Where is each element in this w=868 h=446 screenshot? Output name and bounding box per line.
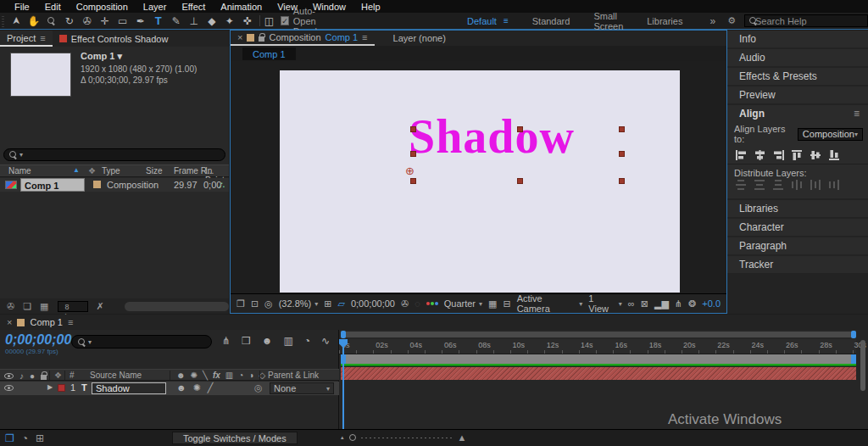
rotation-tool[interactable]: ↻: [61, 14, 77, 28]
tab-effect-controls[interactable]: Effect Controls Shadow: [53, 31, 175, 47]
panel-libraries[interactable]: Libraries: [727, 200, 868, 217]
zoom-in-icon[interactable]: ▲: [458, 432, 467, 443]
pen-tool[interactable]: ✒: [132, 14, 148, 28]
align-left-icon[interactable]: [736, 150, 747, 160]
frame-blend-switch-icon[interactable]: ▥: [225, 371, 233, 380]
primary-viewer-icon[interactable]: ⊡: [251, 299, 259, 309]
menu-file[interactable]: File: [7, 2, 37, 12]
timeline-navigator[interactable]: [341, 332, 856, 337]
transparency-grid-icon[interactable]: ▦: [488, 299, 497, 309]
layer-switch-icon-1[interactable]: ✺: [193, 382, 201, 393]
comp-name-cell[interactable]: Comp 1: [20, 178, 85, 192]
brush-tool[interactable]: ✎: [168, 14, 184, 28]
tab-composition[interactable]: × Composition Comp 1 ≡: [231, 31, 375, 46]
in-out-pane-icon[interactable]: ⊞: [36, 432, 44, 444]
fx-switch-icon[interactable]: fx: [213, 371, 220, 380]
clone-stamp-tool[interactable]: ⊥: [186, 14, 202, 28]
view-count-select[interactable]: 1 View▾: [588, 293, 622, 314]
selection-handle[interactable]: [410, 178, 416, 184]
label-color-swatch[interactable]: [93, 181, 101, 188]
zoom-slider-knob[interactable]: [349, 434, 356, 441]
selection-handle[interactable]: [410, 126, 416, 132]
goggles-icon[interactable]: ∞: [628, 299, 635, 309]
panel-menu-icon[interactable]: ≡: [854, 108, 860, 120]
subtab-comp1[interactable]: Comp 1: [242, 47, 296, 60]
panel-toggle-icon[interactable]: ◫: [264, 14, 274, 28]
col-source-name[interactable]: Source Name: [90, 371, 142, 380]
composition-canvas[interactable]: Shadow ⊕: [280, 70, 680, 293]
anchor-point-icon[interactable]: ⊕: [405, 165, 415, 176]
shy-switch-icon[interactable]: ☻: [176, 371, 186, 380]
selection-handle[interactable]: [517, 178, 523, 184]
frame-blending-icon[interactable]: ▥: [283, 335, 292, 347]
playhead-line[interactable]: [342, 339, 344, 429]
selection-handle[interactable]: [517, 126, 523, 132]
draft-3d-icon[interactable]: ❒: [242, 335, 251, 347]
canvas-text-layer[interactable]: Shadow: [409, 113, 575, 160]
comp-flowchart-icon[interactable]: ⊠: [641, 299, 648, 309]
layer-switches-pane-icon[interactable]: ❐: [5, 432, 14, 444]
align-right-icon[interactable]: [773, 150, 784, 160]
reset-exposure-icon[interactable]: ❂: [688, 299, 696, 309]
project-row-comp1[interactable]: Comp 1 Composition 29.97 0;00 ∴: [0, 178, 229, 192]
eraser-tool[interactable]: ◆: [203, 14, 220, 28]
panel-tracker[interactable]: Tracker: [727, 256, 868, 273]
roto-brush-tool[interactable]: ✦: [221, 14, 237, 28]
close-icon[interactable]: ×: [237, 32, 242, 42]
magnification-select[interactable]: (32.8%)▾: [279, 298, 319, 309]
zoom-tool[interactable]: [43, 14, 59, 28]
col-name[interactable]: Name: [8, 166, 31, 176]
toggle-switches-modes-button[interactable]: Toggle Switches / Modes: [172, 432, 298, 444]
panel-audio[interactable]: Audio: [727, 49, 868, 66]
layer-switch-icon-2[interactable]: ╱: [208, 382, 214, 393]
align-bottom-icon[interactable]: [829, 150, 840, 160]
pixel-aspect-icon[interactable]: ⊟: [503, 299, 510, 309]
align-top-icon[interactable]: [792, 150, 803, 160]
mask-visibility-icon[interactable]: ◎: [264, 299, 273, 309]
navigator-start-handle[interactable]: [341, 331, 346, 338]
zoom-out-icon[interactable]: ▴: [341, 434, 344, 441]
current-timecode[interactable]: 0;00;00;00: [5, 332, 71, 348]
label-column-icon[interactable]: ❖: [54, 371, 62, 380]
label-column-icon[interactable]: ❖: [88, 166, 96, 176]
layer-color-swatch[interactable]: [58, 384, 65, 392]
new-composition-icon[interactable]: ▦: [40, 301, 48, 312]
sort-arrow-icon[interactable]: ▲: [73, 166, 80, 174]
panel-menu-icon[interactable]: ≡: [40, 33, 45, 43]
zoom-slider-track[interactable]: [361, 438, 453, 438]
comp-family-icon[interactable]: ⋔: [675, 299, 682, 309]
menu-layer[interactable]: Layer: [136, 2, 175, 12]
comp-mini-flowchart-icon[interactable]: ⋔: [222, 335, 231, 347]
rectangle-tool[interactable]: ▭: [114, 14, 131, 28]
new-folder-icon[interactable]: ❏: [23, 301, 31, 312]
panel-menu-icon[interactable]: ≡: [504, 16, 509, 25]
type-tool[interactable]: T: [150, 14, 166, 28]
close-icon[interactable]: ×: [7, 317, 12, 327]
col-type[interactable]: Type: [102, 166, 120, 176]
workspace-tab-libraries[interactable]: Libraries: [635, 16, 694, 26]
timeline-search[interactable]: ▾: [71, 335, 212, 348]
panel-info[interactable]: Info: [727, 31, 868, 47]
panel-menu-icon[interactable]: ≡: [362, 32, 367, 42]
workspace-tab-default[interactable]: Default≡: [455, 16, 520, 26]
solo-column-icon[interactable]: ●: [30, 371, 35, 381]
layer-duration-bar[interactable]: [341, 367, 856, 380]
layer-name[interactable]: Shadow: [92, 382, 166, 394]
selection-handle[interactable]: [619, 126, 625, 132]
video-column-icon[interactable]: [4, 373, 14, 379]
graph-editor-icon[interactable]: ∿: [321, 335, 330, 347]
layer-visibility-icon[interactable]: [4, 385, 14, 391]
work-area-end-handle[interactable]: [851, 354, 856, 364]
navigator-end-handle[interactable]: [851, 331, 856, 338]
tab-project[interactable]: Project ≡: [0, 31, 53, 47]
always-preview-icon[interactable]: ❐: [236, 299, 245, 309]
expand-arrow-icon[interactable]: ▶: [47, 383, 53, 391]
snapshot-icon[interactable]: ✇: [401, 299, 409, 309]
resolution-select[interactable]: Quarter▾: [444, 298, 482, 309]
safe-margins-icon[interactable]: ⊞: [324, 299, 331, 309]
parent-link-select[interactable]: None ▾: [270, 382, 334, 394]
delete-icon[interactable]: ✗: [97, 301, 104, 312]
time-ruler[interactable]: 0s02s04s06s08s10s12s14s16s18s20s22s24s26…: [339, 339, 856, 354]
workspace-settings-icon[interactable]: ⚙: [727, 15, 736, 26]
align-panel-header[interactable]: Align ≡: [727, 105, 868, 122]
